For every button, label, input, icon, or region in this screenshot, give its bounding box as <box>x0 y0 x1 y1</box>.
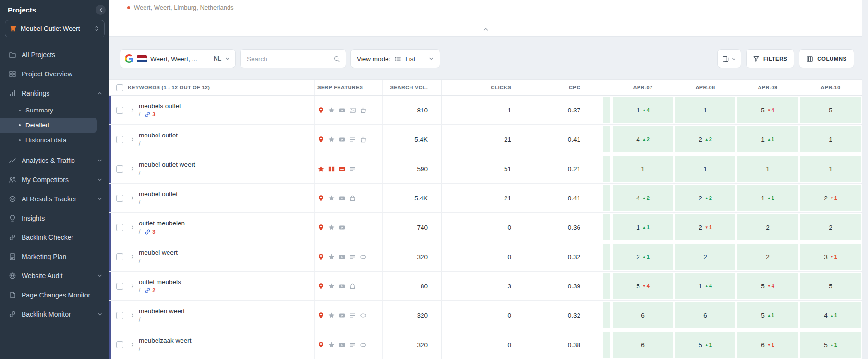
view-mode-selector[interactable]: View mode: List <box>350 49 440 68</box>
position-value: 1 <box>641 165 645 173</box>
keyword-text[interactable]: meubel outlet weert <box>139 161 195 168</box>
sidebar-item-label: Project Overview <box>22 70 103 78</box>
keyword-url: / <box>139 199 140 206</box>
sidebar-item-page-changes-monitor[interactable]: Page Changes Monitor <box>0 285 109 305</box>
cropped-position-cell <box>601 330 612 359</box>
date-header-apr-10[interactable]: APR-10 <box>799 80 862 95</box>
video-icon <box>338 312 346 319</box>
backlink-checker-icon <box>9 234 16 241</box>
sidebar-item-insights[interactable]: Insights <box>0 209 109 228</box>
sidebar-item-rankings[interactable]: Rankings <box>0 84 109 103</box>
link-icon <box>145 229 151 235</box>
search-engine-location-selector[interactable]: Weert, Weert, ... NL <box>120 49 236 68</box>
row-checkbox[interactable] <box>116 107 123 114</box>
cropped-position-cell <box>601 272 612 300</box>
chevron-down-icon <box>97 273 103 279</box>
sidebar-subitem-detailed[interactable]: Detailed <box>0 118 97 133</box>
project-selector[interactable]: Meubel Outlet Weert <box>5 20 105 37</box>
keyword-url: / <box>139 287 140 294</box>
row-checkbox[interactable] <box>116 253 123 260</box>
sidebar-item-project-overview[interactable]: Project Overview <box>0 64 109 84</box>
clicks-header[interactable]: CLICKS <box>441 80 529 95</box>
links-badge[interactable]: 3 <box>145 229 155 235</box>
expand-row-icon[interactable] <box>130 254 135 260</box>
keyword-text[interactable]: outlet meubels <box>139 278 181 285</box>
sidebar-item-analytics-traffic[interactable]: Analytics & Traffic <box>0 151 109 170</box>
select-all-checkbox[interactable] <box>116 84 123 91</box>
image-icon <box>349 107 356 114</box>
cpc-cell: 0.21 <box>529 154 601 183</box>
sidebar-item-backlink-monitor[interactable]: Backlink Monitor <box>0 305 109 324</box>
expand-row-icon[interactable] <box>130 166 135 172</box>
position-cell: 1 <box>674 96 736 124</box>
position-value: 1 <box>636 224 640 231</box>
position-cell: 5▼4 <box>612 272 674 300</box>
columns-button[interactable]: COLUMNS <box>799 49 854 68</box>
table-icon <box>328 165 335 173</box>
bag-icon <box>349 283 356 290</box>
keyword-text[interactable]: meubels outlet <box>139 102 181 110</box>
links-badge[interactable]: 3 <box>145 111 155 118</box>
expand-row-icon[interactable] <box>130 224 135 230</box>
row-checkbox[interactable] <box>116 136 123 143</box>
export-dropdown-button[interactable] <box>717 49 741 68</box>
date-header-apr-09[interactable]: APR-09 <box>736 80 799 95</box>
expand-row-icon[interactable] <box>130 342 135 347</box>
select-arrows-icon <box>94 25 100 32</box>
chevron-left-icon <box>98 7 104 13</box>
position-change-down: ▼4 <box>767 283 774 289</box>
date-header-apr-07[interactable]: APR-07 <box>612 80 674 95</box>
row-checkbox[interactable] <box>116 312 123 319</box>
position-change-up: ▲1 <box>642 254 650 260</box>
collapse-panel-button[interactable] <box>477 25 495 34</box>
location-item[interactable]: Weert, Weert, Limburg, Netherlands <box>109 0 234 11</box>
keyword-text[interactable]: meubelzaak weert <box>139 337 192 344</box>
search-input[interactable] <box>246 55 330 63</box>
sidebar-subitem-historical-data[interactable]: Historical data <box>0 133 97 148</box>
keyword-text[interactable]: meubel outlet <box>139 132 178 139</box>
sidebar-item-my-competitors[interactable]: My Competitors <box>0 170 109 189</box>
sidebar-item-ai-results-tracker[interactable]: AI Results Tracker <box>0 189 109 209</box>
expand-row-icon[interactable] <box>130 283 135 289</box>
row-checkbox[interactable] <box>116 283 123 290</box>
row-checkbox[interactable] <box>116 224 123 231</box>
position-cell: 5▲1 <box>736 301 799 330</box>
search-box[interactable] <box>240 49 346 68</box>
expand-row-icon[interactable] <box>130 312 135 318</box>
sidebar-item-website-audit[interactable]: Website Audit <box>0 266 109 285</box>
position-value: 1 <box>703 165 707 173</box>
sidebar-collapse-button[interactable] <box>96 5 106 15</box>
expand-row-icon[interactable] <box>130 107 135 113</box>
sidebar-item-all-projects[interactable]: All Projects <box>0 45 109 64</box>
filters-button[interactable]: FILTERS <box>746 49 794 68</box>
row-checkbox[interactable] <box>116 195 123 202</box>
links-badge[interactable]: 2 <box>145 287 155 294</box>
sidebar-subitem-summary[interactable]: Summary <box>0 103 97 118</box>
clicks-cell: 21 <box>441 125 529 154</box>
keyword-text[interactable]: meubelen weert <box>139 308 185 315</box>
map-pin-icon <box>317 136 325 143</box>
sidebar-item-marketing-plan[interactable]: Marketing Plan <box>0 247 109 266</box>
row-checkbox[interactable] <box>116 165 123 173</box>
serp-features-cell <box>314 213 382 242</box>
sidebar-item-label: Rankings <box>22 89 92 97</box>
chevron-down-icon <box>97 177 103 183</box>
keyword-text[interactable]: meubel outlet <box>139 190 178 198</box>
star-icon <box>328 195 335 202</box>
filters-button-label: FILTERS <box>763 56 787 62</box>
search-volume-header[interactable]: SEARCH VOL. <box>382 80 441 95</box>
list-view-icon <box>394 55 401 62</box>
keyword-text[interactable]: outlet meubelen <box>139 220 185 227</box>
row-checkbox[interactable] <box>116 341 123 348</box>
sidebar-item-label: My Competitors <box>22 176 92 184</box>
date-header-apr-08[interactable]: APR-08 <box>674 80 736 95</box>
website-audit-icon <box>9 272 16 280</box>
expand-row-icon[interactable] <box>130 136 135 142</box>
expand-row-icon[interactable] <box>130 195 135 201</box>
sidebar-item-label: Website Audit <box>22 272 92 280</box>
keyword-url: / <box>139 228 140 235</box>
sidebar-item-backlink-checker[interactable]: Backlink Checker <box>0 228 109 247</box>
cpc-header[interactable]: CPC <box>529 80 601 95</box>
keyword-text[interactable]: meubel weert <box>139 249 178 256</box>
serp-features-header[interactable]: SERP FEATURES <box>314 80 382 95</box>
